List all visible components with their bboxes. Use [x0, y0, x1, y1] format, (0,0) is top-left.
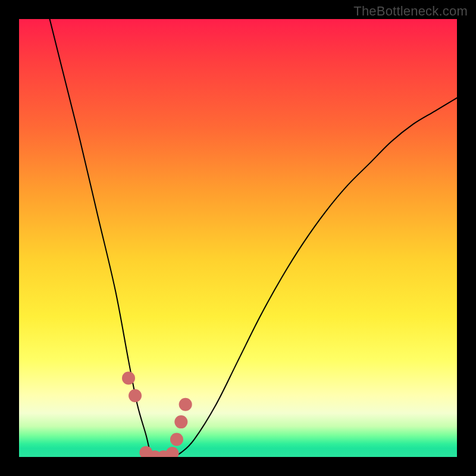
- plot-area: [19, 19, 457, 457]
- highlight-marker: [179, 398, 192, 411]
- bottleneck-curve: [50, 19, 457, 457]
- highlight-marker: [122, 372, 135, 385]
- chart-frame: TheBottleneck.com: [0, 0, 476, 476]
- highlight-marker: [170, 433, 183, 446]
- highlight-marker: [166, 447, 179, 457]
- curve-layer: [19, 19, 457, 457]
- watermark-text: TheBottleneck.com: [353, 4, 468, 19]
- highlight-marker: [174, 415, 187, 428]
- bottleneck-curve-path: [50, 19, 457, 457]
- highlight-marker: [129, 389, 142, 402]
